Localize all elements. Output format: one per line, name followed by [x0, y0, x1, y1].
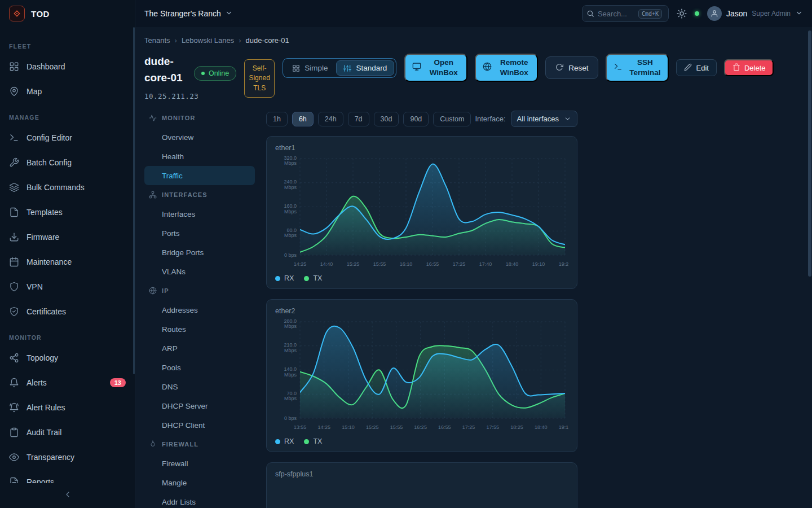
sidebar-item-transparency[interactable]: Transparency: [0, 445, 135, 470]
interface-select[interactable]: All interfaces: [511, 111, 577, 127]
remote-winbox-button[interactable]: Remote WinBox: [475, 54, 538, 82]
breadcrumb-item-lebowski-lanes[interactable]: Lebowski Lanes: [182, 36, 234, 45]
sidebar-item-maintenance[interactable]: Maintenance: [0, 249, 135, 274]
button-label: Remote WinBox: [497, 58, 531, 77]
legend-item-tx[interactable]: TX: [304, 437, 322, 445]
calendar-icon: [9, 257, 19, 267]
sidebar-item-templates[interactable]: Templates: [0, 200, 135, 225]
subnav-item-addr-lists[interactable]: Addr Lists: [144, 492, 255, 508]
time-range-6h[interactable]: 6h: [292, 112, 314, 126]
legend-item-tx[interactable]: TX: [304, 274, 322, 282]
content: Tenants›Lebowski Lanes›dude-core-01 dude…: [135, 27, 812, 508]
sidebar-item-label: Dashboard: [27, 62, 65, 71]
svg-text:17:55: 17:55: [487, 424, 500, 430]
page-scrollbar[interactable]: [808, 30, 811, 277]
sidebar-item-map[interactable]: Map: [0, 79, 135, 104]
sidebar-item-reports[interactable]: Reports: [0, 470, 135, 483]
sidebar-item-vpn[interactable]: VPN: [0, 274, 135, 299]
theme-sun-icon[interactable]: [677, 8, 687, 19]
chevron-down-icon: [795, 9, 803, 19]
shield-icon: [9, 282, 19, 292]
globe-icon: [483, 62, 492, 74]
breadcrumb-item-tenants[interactable]: Tenants: [144, 36, 170, 45]
breadcrumb-item-dude-core-01[interactable]: dude-core-01: [245, 36, 289, 45]
subnav-item-firewall[interactable]: Firewall: [144, 454, 255, 473]
breadcrumb-separator: ›: [239, 36, 241, 45]
edit-button[interactable]: Edit: [676, 59, 716, 76]
search-input[interactable]: [598, 10, 635, 18]
sidebar-item-label: Transparency: [27, 453, 74, 462]
app-logo[interactable]: TOD: [0, 0, 135, 27]
sidebar-item-certificates[interactable]: Certificates: [0, 299, 135, 324]
sidebar-item-alert-rules[interactable]: Alert Rules: [0, 395, 135, 420]
open-winbox-button[interactable]: Open WinBox: [404, 54, 467, 82]
sidebar-item-alerts[interactable]: Alerts13: [0, 370, 135, 395]
legend-item-rx[interactable]: RX: [275, 274, 294, 282]
time-range-1h[interactable]: 1h: [266, 112, 288, 126]
svg-text:Mbps: Mbps: [284, 323, 297, 329]
subnav-item-routes[interactable]: Routes: [144, 319, 255, 339]
sidebar-item-batch-config[interactable]: Batch Config: [0, 150, 135, 175]
ssh-terminal-button[interactable]: SSH Terminal: [606, 54, 669, 82]
view-mode-simple[interactable]: Simple: [285, 60, 335, 76]
subnav-item-health[interactable]: Health: [144, 147, 255, 166]
subnav-item-dhcp-server[interactable]: DHCP Server: [144, 396, 255, 415]
subnav-item-overview[interactable]: Overview: [144, 128, 255, 147]
tenant-selector[interactable]: The Stranger's Ranch: [144, 9, 233, 19]
reset-button[interactable]: Reset: [545, 56, 598, 79]
button-label: Delete: [744, 64, 766, 72]
time-range-30d[interactable]: 30d: [374, 112, 399, 126]
time-range-7d[interactable]: 7d: [348, 112, 369, 126]
subnav-item-pools[interactable]: Pools: [144, 358, 255, 377]
button-label: SSH Terminal: [628, 58, 662, 77]
subnav-item-mangle[interactable]: Mangle: [144, 473, 255, 492]
subnav-item-dns[interactable]: DNS: [144, 377, 255, 396]
user-menu[interactable]: Jason Super Admin: [707, 6, 803, 21]
alerts-count-badge: 13: [110, 378, 126, 387]
globe-icon: [149, 287, 157, 295]
time-range-90d[interactable]: 90d: [403, 112, 429, 126]
sidebar-item-topology[interactable]: Topology: [0, 345, 135, 370]
sidebar-collapse-button[interactable]: [0, 483, 135, 506]
download-icon: [9, 232, 19, 242]
subnav-item-bridge-ports[interactable]: Bridge Ports: [144, 243, 255, 262]
sidebar-scrollbar[interactable]: [133, 27, 135, 374]
subnav-item-vlans[interactable]: VLANs: [144, 262, 255, 281]
sidebar-item-firmware[interactable]: Firmware: [0, 225, 135, 249]
user-name: Jason: [726, 9, 747, 18]
time-range-24h[interactable]: 24h: [318, 112, 343, 126]
app-logo-icon: [9, 6, 25, 21]
delete-button[interactable]: Delete: [724, 59, 774, 76]
app-logo-text: TOD: [31, 9, 50, 19]
trash-icon: [732, 63, 740, 73]
search-box[interactable]: Cmd+K: [582, 5, 669, 22]
sidebar-item-config-editor[interactable]: Config Editor: [0, 125, 135, 150]
button-label: Reset: [568, 64, 588, 72]
sidebar-item-dashboard[interactable]: Dashboard: [0, 54, 135, 79]
subnav-item-ports[interactable]: Ports: [144, 224, 255, 243]
subnav-item-traffic[interactable]: Traffic: [144, 166, 255, 185]
subnav-item-arp[interactable]: ARP: [144, 339, 255, 358]
sidebar-section-title-fleet: FLEET: [0, 33, 135, 54]
button-label: Open WinBox: [426, 58, 461, 77]
svg-text:15:25: 15:25: [347, 261, 360, 267]
legend-item-rx[interactable]: RX: [275, 437, 294, 445]
svg-text:320.0: 320.0: [284, 155, 297, 161]
time-range-custom[interactable]: Custom: [433, 112, 471, 126]
subnav-item-addresses[interactable]: Addresses: [144, 300, 255, 319]
chart-title: ether2: [275, 307, 568, 315]
view-mode-standard[interactable]: Standard: [336, 60, 394, 76]
traffic-chart-ether2: 280.0Mbps210.0Mbps140.0Mbps70.0Mbps0 bps…: [275, 317, 568, 433]
sidebar-item-label: Config Editor: [27, 133, 72, 142]
svg-text:19:25: 19:25: [559, 261, 568, 267]
svg-text:17:40: 17:40: [479, 261, 492, 267]
subnav-item-interfaces[interactable]: Interfaces: [144, 204, 255, 224]
sidebar-item-label: Map: [27, 87, 42, 96]
sidebar-item-audit-trail[interactable]: Audit Trail: [0, 420, 135, 445]
search-icon: [586, 10, 594, 17]
sidebar: TOD FLEETDashboardMapMANAGEConfig Editor…: [0, 0, 135, 508]
sidebar-item-bulk-commands[interactable]: Bulk Commands: [0, 175, 135, 200]
subnav-item-dhcp-client[interactable]: DHCP Client: [144, 415, 255, 435]
breadcrumb: Tenants›Lebowski Lanes›dude-core-01: [144, 36, 798, 45]
svg-text:140.0: 140.0: [284, 366, 297, 372]
